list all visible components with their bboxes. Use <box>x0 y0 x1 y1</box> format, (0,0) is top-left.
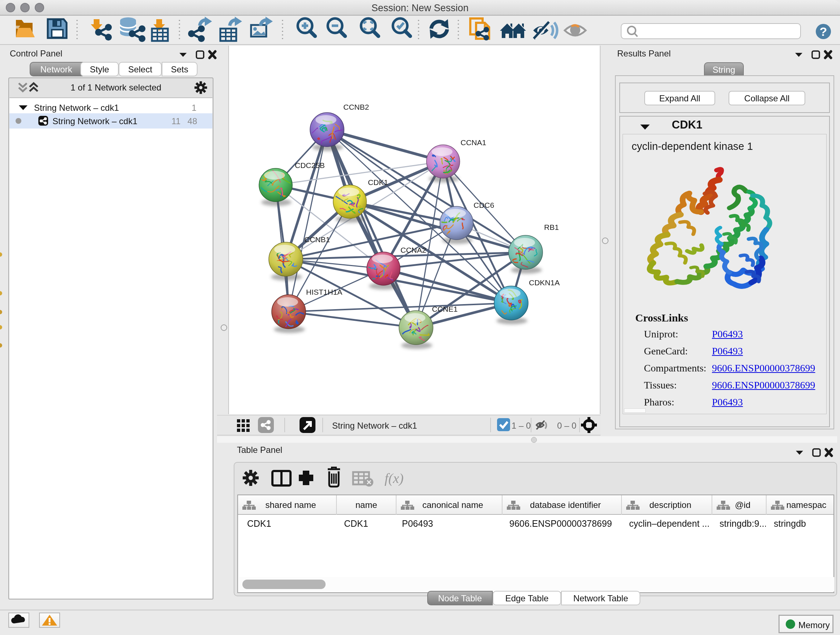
svg-text:CCNE1: CCNE1 <box>432 305 458 313</box>
svg-text:f(x): f(x) <box>385 470 404 486</box>
svg-text:CCNB1: CCNB1 <box>304 235 330 244</box>
svg-text:RB1: RB1 <box>544 223 559 231</box>
svg-text:CDC6: CDC6 <box>474 201 494 209</box>
svg-text:CCNA1: CCNA1 <box>461 138 486 147</box>
svg-text:CDK1: CDK1 <box>368 178 388 187</box>
svg-text:CCNA2: CCNA2 <box>401 246 426 254</box>
svg-text:CCNB2: CCNB2 <box>343 103 369 111</box>
svg-text:HIST1H1A: HIST1H1A <box>306 288 342 296</box>
svg-text:CDC25B: CDC25B <box>295 161 325 169</box>
svg-text:CDKN1A: CDKN1A <box>529 279 560 287</box>
